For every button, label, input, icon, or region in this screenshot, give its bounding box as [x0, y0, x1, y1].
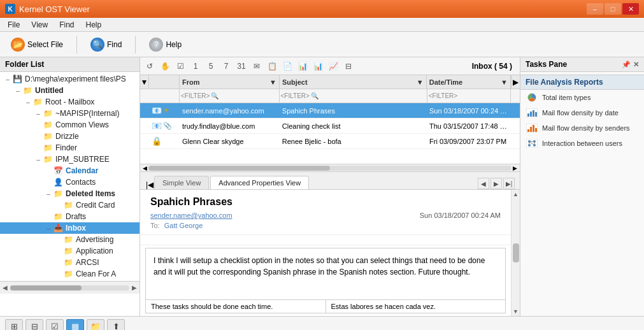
email-type-icon-0: 📧: [152, 106, 162, 115]
scroll-down-arrow[interactable]: ▼: [513, 308, 519, 315]
analysis-item-total-types[interactable]: Total item types: [520, 90, 644, 105]
tree-item-contacts[interactable]: 👤 Contacts: [0, 176, 140, 188]
bottom-btn-1[interactable]: ⊞: [5, 319, 23, 331]
bottom-btn-export[interactable]: ⬆: [107, 319, 125, 331]
h-scroll-left[interactable]: ◀: [143, 165, 147, 171]
tree-item-clean-for-a[interactable]: 📁 Clean For A: [0, 268, 140, 280]
col-header-icons[interactable]: [149, 75, 180, 89]
restore-button[interactable]: □: [605, 3, 621, 15]
tasks-pane-pin-btn[interactable]: 📌: [622, 61, 631, 69]
tab-nav-prev[interactable]: ◀: [478, 178, 489, 189]
tab-simple-view[interactable]: Simple View: [154, 176, 209, 189]
col-date-label: Date/Time: [429, 78, 462, 86]
bottom-btn-5[interactable]: 📁: [87, 319, 104, 331]
email-row-2[interactable]: 🔒 Glenn Clear skydge Renee Bjelic - bofa…: [140, 134, 520, 149]
tree-item-drizzle[interactable]: 📁 Drizzle: [0, 131, 140, 142]
tree-item-advertising[interactable]: 📁 Advertising: [0, 234, 140, 245]
folder-panel[interactable]: Folder List – 💾 D:\megha\experiment file…: [0, 57, 140, 316]
tree-item-arcsi[interactable]: 📁 ARCSI: [0, 257, 140, 268]
tree-item-ipm-subtree[interactable]: – 📁 IPM_SUBTREE: [0, 154, 140, 165]
reading-body: I think I will setup a checklist option …: [146, 248, 505, 299]
tree-item-finder[interactable]: 📁 Finder: [0, 142, 140, 154]
tree-item-mapisp[interactable]: – 📁 ~MAPISP(Internal): [0, 108, 140, 119]
tree-item-drafts[interactable]: 📁 Drafts: [0, 211, 140, 222]
tree-item-common-views[interactable]: 📁 Common Views: [0, 119, 140, 131]
tree-item-credit-card[interactable]: 📁 Credit Card: [0, 199, 140, 211]
tree-item-application[interactable]: 📁 Application: [0, 245, 140, 257]
reading-tab-nav: ◀ ▶ ▶|: [478, 178, 515, 189]
tab-nav-end[interactable]: ▶|: [503, 178, 515, 189]
email-toolbar-btn-8[interactable]: ✉: [250, 59, 264, 73]
email-date-1: Thu 03/15/2007 17:48 PM: [427, 122, 511, 130]
filter-subject-cell[interactable]: <FILTER> 🔍: [280, 89, 427, 103]
tree-item-calendar[interactable]: 📅 Calendar: [0, 165, 140, 176]
col-header-subject[interactable]: Subject ▼: [280, 75, 427, 89]
select-file-button[interactable]: 📂 Select File: [5, 34, 69, 55]
tasks-pane-controls: 📌 ✕: [622, 61, 639, 69]
bottom-btn-3[interactable]: ☑: [46, 319, 64, 331]
tree-item-untitled[interactable]: – 📁 Untitled: [0, 85, 140, 96]
filter-from-cell[interactable]: <FILTER> 🔍: [180, 89, 280, 103]
email-toolbar-btn-3[interactable]: ☑: [173, 59, 187, 73]
col-header-from[interactable]: From ▼: [180, 75, 280, 89]
email-icons-0: 📧 ☀: [149, 106, 180, 115]
col-header-date[interactable]: Date/Time ▼: [427, 75, 511, 89]
reading-spacer: [140, 235, 511, 245]
filter-subject-icon[interactable]: 🔍: [311, 92, 318, 99]
menu-view[interactable]: View: [26, 19, 53, 31]
tree-item-deleted-items[interactable]: – 📁 Deleted Items: [0, 188, 140, 199]
reading-to-row: To: Gatt George: [150, 222, 501, 229]
scroll-thumb[interactable]: [513, 243, 519, 262]
email-toolbar-btn-4[interactable]: 1: [189, 59, 203, 73]
menu-help[interactable]: Help: [80, 19, 106, 31]
email-toolbar-btn-10[interactable]: 📄: [280, 59, 294, 73]
email-toolbar-btn-13[interactable]: 📈: [326, 59, 340, 73]
arcsi-icon: 📁: [64, 258, 74, 267]
email-row-1[interactable]: 📧 📎 trudy.findlay@blue.com Cleaning chec…: [140, 118, 520, 134]
email-status-icon-0: ☀: [163, 106, 169, 115]
tasks-pane-close-btn[interactable]: ✕: [633, 61, 639, 69]
tab-advanced-view[interactable]: Advanced Properties View: [210, 176, 309, 189]
analysis-item-mail-flow-date[interactable]: Mail flow density by date: [520, 105, 644, 120]
email-toolbar-btn-1[interactable]: ↺: [143, 59, 157, 73]
email-toolbar-btn-7[interactable]: 31: [234, 59, 248, 73]
scroll-up-arrow[interactable]: ▲: [513, 191, 519, 197]
bottom-btn-4[interactable]: ▦: [66, 319, 84, 331]
filter-from-icon[interactable]: 🔍: [211, 92, 218, 99]
scroll-right-arrow[interactable]: ▶: [132, 284, 137, 291]
tree-item-drive[interactable]: – 💾 D:\megha\experiment files\PS: [0, 73, 140, 85]
tab-nav-next[interactable]: ▶: [490, 178, 502, 189]
find-button[interactable]: 🔍 Find: [85, 34, 127, 55]
menu-bar: File View Find Help: [0, 18, 644, 32]
filter-date-cell[interactable]: <FILTER>: [427, 89, 511, 103]
main-container: Folder List – 💾 D:\megha\experiment file…: [0, 57, 644, 316]
menu-file[interactable]: File: [3, 19, 25, 31]
bottom-btn-2[interactable]: ⊟: [25, 319, 43, 331]
tree-item-inbox[interactable]: – 📥 Inbox: [0, 222, 140, 234]
analysis-item-mail-flow-senders[interactable]: Mail flow density by senders: [520, 120, 644, 136]
email-toolbar-btn-11[interactable]: 📊: [296, 59, 310, 73]
email-toolbar-btn-12[interactable]: 📊: [311, 59, 325, 73]
tree-item-root-mailbox[interactable]: – 📁 Root - Mailbox: [0, 96, 140, 108]
email-toolbar-btn-6[interactable]: 7: [219, 59, 233, 73]
mail-flow-date-label: Mail flow density by date: [542, 109, 619, 117]
filter-row: <FILTER> 🔍 <FILTER> 🔍 <FILTER>: [140, 89, 520, 103]
menu-find[interactable]: Find: [54, 19, 79, 31]
col-subject-sort: ▼: [417, 78, 424, 86]
reading-from-email[interactable]: sender.name@yahoo.com: [150, 212, 233, 219]
email-date-0: Sun 03/18/2007 00:24 AM: [427, 107, 511, 115]
email-toolbar-btn-5[interactable]: 5: [204, 59, 218, 73]
h-scroll-right[interactable]: ▶: [513, 165, 517, 171]
help-button[interactable]: ? Help: [143, 34, 187, 55]
email-toolbar-btn-2[interactable]: ✋: [158, 59, 172, 73]
email-toolbar-btn-14[interactable]: ⊟: [341, 59, 355, 73]
reading-table-row: These tasks should be done each time. Es…: [146, 299, 505, 313]
minimize-button[interactable]: –: [587, 3, 603, 15]
email-row-0[interactable]: 📧 ☀ sender.name@yahoo.com Spahich Phrase…: [140, 103, 520, 118]
analysis-item-interaction[interactable]: Interaction between users: [520, 136, 644, 151]
title-bar: K Kernel OST Viewer – □ ✕: [0, 0, 644, 18]
toolbar-separator-2: [135, 36, 136, 54]
email-toolbar-btn-9[interactable]: 📋: [265, 59, 279, 73]
scroll-left-arrow[interactable]: ◀: [3, 284, 8, 291]
close-button[interactable]: ✕: [622, 3, 639, 15]
